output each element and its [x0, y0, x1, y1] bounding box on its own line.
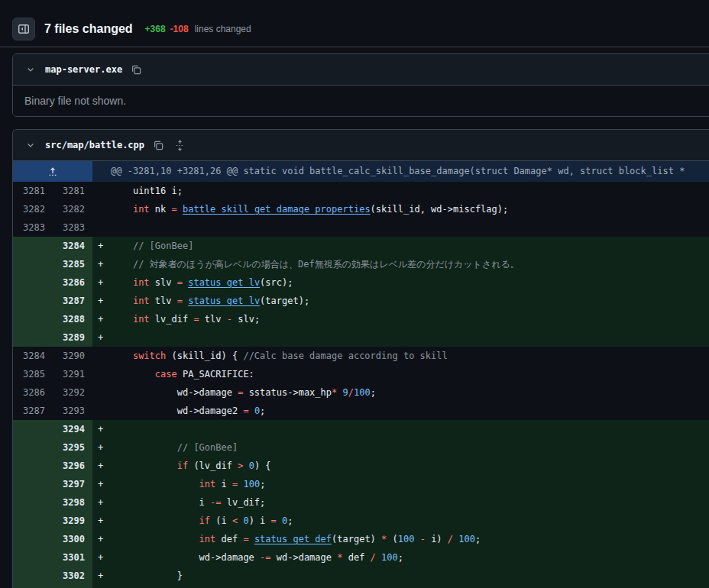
old-line-number[interactable] [13, 530, 53, 548]
diff-row: 3302+ } [13, 567, 709, 585]
expand-all-button[interactable] [172, 137, 187, 153]
new-line-number[interactable]: 3282 [53, 200, 92, 218]
new-line-number[interactable]: 3283 [53, 218, 92, 237]
diff-marker: + [92, 475, 111, 493]
diff-row: 3285+ // 対象者のほうが高レベルの場合は、Def無視系の効果はレベル差の… [13, 255, 709, 273]
expand-hunk-button[interactable] [13, 161, 92, 182]
additions-count: +368 [145, 24, 166, 34]
sidebar-toggle-button[interactable] [12, 18, 35, 40]
code-line: switch (skill_id) { //Calc base damage a… [111, 347, 709, 365]
diff-marker: + [92, 548, 111, 567]
diff-row: 3297+ int i = 100; [13, 475, 709, 493]
new-line-number[interactable]: 3286 [53, 273, 92, 292]
new-line-number[interactable]: 3296 [53, 457, 92, 475]
diff-marker: + [92, 512, 111, 530]
old-line-number[interactable] [13, 255, 53, 273]
old-line-number[interactable] [13, 420, 53, 438]
code-line: int tlv = status_get_lv(target); [111, 292, 709, 310]
old-line-number[interactable] [13, 548, 53, 567]
diff-marker: + [92, 493, 111, 512]
new-line-number[interactable]: 3291 [53, 365, 92, 383]
new-line-number[interactable]: 3297 [53, 475, 92, 493]
new-line-number[interactable]: 3300 [53, 530, 92, 548]
old-line-number[interactable] [13, 493, 53, 512]
diff-row: 3294+ [13, 420, 709, 438]
diff-marker: + [92, 530, 111, 548]
new-line-number[interactable]: 3302 [53, 567, 92, 585]
clipped-gutter [13, 585, 92, 588]
diff-row: 3295+ // [GonBee] [13, 438, 709, 457]
file-name-link[interactable]: src/map/battle.cpp [45, 140, 144, 150]
copy-icon [131, 64, 142, 76]
lines-changed-stats: +368 -108 lines changed [145, 24, 251, 34]
new-line-number[interactable]: 3289 [53, 328, 92, 347]
new-line-number[interactable]: 3292 [53, 383, 92, 402]
diff-row: 3300+ int def = status_get_def(target) *… [13, 530, 709, 548]
new-line-number[interactable]: 3281 [53, 182, 92, 200]
diff-rows: 32813281 uint16 i;32823282 int nk = batt… [13, 182, 709, 585]
code-line: wd->damage -= wd->damage * def / 100; [111, 548, 709, 567]
diff-row: 32853291 case PA_SACRIFICE: [13, 365, 709, 383]
diff-marker [92, 182, 111, 200]
expand-hunk-up-icon [47, 166, 59, 178]
code-line: // [GonBee] [111, 237, 709, 255]
new-line-number[interactable]: 3293 [53, 402, 92, 420]
old-line-number[interactable] [13, 438, 53, 457]
code-line [111, 218, 709, 237]
old-line-number[interactable] [13, 310, 53, 328]
old-line-number[interactable]: 3281 [13, 182, 53, 200]
old-line-number[interactable] [13, 512, 53, 530]
lines-changed-label: lines changed [195, 24, 251, 34]
collapse-file-button[interactable] [24, 63, 37, 76]
old-line-number[interactable] [13, 273, 53, 292]
new-line-number[interactable]: 3298 [53, 493, 92, 512]
diff-toolbar: 7 files changed +368 -108 lines changed [0, 0, 709, 47]
chevron-down-icon [26, 65, 35, 74]
diff-row: 32813281 uint16 i; [13, 182, 709, 200]
new-line-number[interactable]: 3288 [53, 310, 92, 328]
files-changed-title: 7 files changed [44, 22, 133, 36]
old-line-number[interactable]: 3285 [13, 365, 53, 383]
copy-path-button[interactable] [151, 137, 166, 153]
copy-icon [153, 140, 164, 151]
new-line-number[interactable]: 3285 [53, 255, 92, 273]
new-line-number[interactable]: 3299 [53, 512, 92, 530]
old-line-number[interactable] [13, 567, 53, 585]
diff-row: 32843290 switch (skill_id) { //Calc base… [13, 347, 709, 365]
diff-marker: + [92, 328, 111, 347]
code-line: // [GonBee] [111, 438, 709, 457]
old-line-number[interactable]: 3284 [13, 347, 53, 365]
old-line-number[interactable]: 3282 [13, 200, 53, 218]
diff-marker [92, 200, 111, 218]
code-line: int i = 100; [111, 475, 709, 493]
old-line-number[interactable] [13, 457, 53, 475]
new-line-number[interactable]: 3290 [53, 347, 92, 365]
diff-row: 3299+ if (i < 0) i = 0; [13, 512, 709, 530]
diff-marker: + [92, 292, 111, 310]
old-line-number[interactable] [13, 328, 53, 347]
file-name-link[interactable]: map-server.exe [45, 64, 122, 75]
code-line: } [111, 567, 709, 585]
old-line-number[interactable] [13, 292, 53, 310]
diff-row: 3288+ int lv_dif = tlv - slv; [13, 310, 709, 328]
old-line-number[interactable] [13, 475, 53, 493]
diff-row: 32873293 wd->damage2 = 0; [13, 402, 709, 420]
old-line-number[interactable]: 3283 [13, 218, 53, 237]
old-line-number[interactable] [13, 237, 53, 255]
code-line: if (i < 0) i = 0; [111, 512, 709, 530]
code-line: wd->damage = sstatus->max_hp* 9/100; [111, 383, 709, 402]
collapse-file-button[interactable] [24, 138, 37, 152]
diff-row: 3284+ // [GonBee] [13, 237, 709, 255]
clipped-diff-row [13, 585, 709, 588]
new-line-number[interactable]: 3295 [53, 438, 92, 457]
new-line-number[interactable]: 3301 [53, 548, 92, 567]
old-line-number[interactable]: 3287 [13, 402, 53, 420]
new-line-number[interactable]: 3287 [53, 292, 92, 310]
copy-path-button[interactable] [128, 62, 144, 77]
new-line-number[interactable]: 3284 [53, 237, 92, 255]
file-header: map-server.exe [13, 54, 709, 86]
diff-marker: + [92, 273, 111, 292]
old-line-number[interactable]: 3286 [13, 383, 53, 402]
diff-marker: + [92, 567, 111, 585]
new-line-number[interactable]: 3294 [53, 420, 92, 438]
